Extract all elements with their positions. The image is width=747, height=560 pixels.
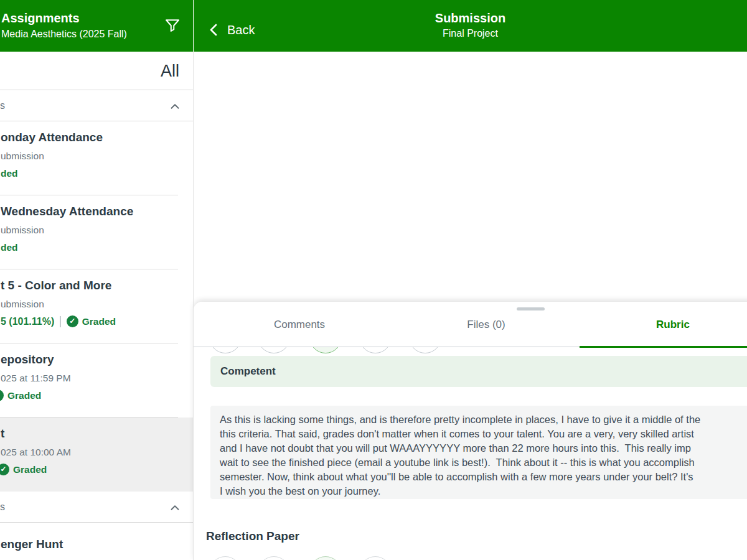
rating-label: Competent (220, 365, 276, 378)
assignment-subtitle: ubmission (1, 297, 187, 310)
rating-bubble[interactable] (209, 556, 242, 560)
rating-bubble[interactable] (258, 556, 290, 560)
assignment-row[interactable]: Wednesday Attendance ubmission ded (0, 195, 193, 269)
detail-header: Back Submission Final Project (194, 0, 747, 52)
assignment-title: epository (1, 352, 187, 367)
check-circle-icon: ✓ (0, 464, 9, 475)
assignment-title: t (1, 426, 187, 441)
assignment-row[interactable]: onday Attendance ubmission ded (0, 121, 193, 195)
section-header-assignments[interactable]: s (0, 90, 193, 121)
assignment-subtitle: 025 at 10:00 AM (1, 446, 187, 459)
assignment-title: Wednesday Attendance (1, 203, 187, 219)
funnel-icon (163, 16, 182, 35)
check-circle-icon: ✓ (67, 315, 78, 327)
comment-line: and I have not doubt that you will put W… (220, 441, 747, 455)
assignment-subtitle: 025 at 11:59 PM (1, 371, 187, 385)
rating-bubble[interactable] (359, 556, 392, 560)
detail-title-block: Submission Final Project (194, 11, 747, 40)
assignment-status: ✓ Graded (1, 463, 187, 476)
assignment-subtitle: ubmission (1, 149, 187, 162)
assignment-row[interactable]: t 5 - Color and More ubmission 5 (101.11… (0, 269, 193, 343)
status-separator (60, 316, 61, 327)
comment-line: I wish you the best on your journey. (220, 484, 747, 498)
detail-title: Submission (194, 11, 747, 26)
section-header-quizzes[interactable]: s (0, 492, 193, 523)
sidebar-header: Assignments Media Aesthetics (2025 Fall) (0, 0, 193, 52)
assignment-title: enger Hunt (1, 536, 193, 552)
drag-handle[interactable] (517, 307, 545, 310)
comment-line: semester. Now, think about what you''ll … (220, 470, 747, 484)
assignment-status: ded (1, 241, 187, 254)
submission-detail-pane: Back Submission Final Project Comments F… (194, 0, 747, 560)
assignment-row[interactable]: enger Hunt (0, 523, 193, 560)
graded-label: Graded (7, 389, 41, 402)
filter-all-label[interactable]: All (161, 62, 179, 81)
grade-value: 5 (101.11%) (1, 315, 54, 328)
check-circle-icon: ✓ (0, 390, 4, 401)
rubric-comment-box: As this is lacking some things, and is t… (210, 406, 747, 499)
assignment-status: ✓ Graded (1, 389, 187, 402)
selected-rating-band: Competent (210, 356, 747, 387)
assignment-row-selected[interactable]: t 025 at 10:00 AM ✓ Graded (0, 418, 193, 492)
assignment-subtitle: ubmission (1, 223, 187, 236)
assignment-status: ded (1, 167, 187, 180)
filter-state-row: All (0, 52, 193, 90)
sheet-tab-bar: Comments Files (0) Rubric (194, 302, 747, 347)
comment-line: wait to see the finished piece (email a … (220, 455, 747, 470)
tab-comments[interactable]: Comments (206, 302, 393, 347)
tab-rubric[interactable]: Rubric (580, 302, 747, 347)
tab-files[interactable]: Files (0) (393, 302, 580, 347)
criterion-heading: Reflection Paper (206, 530, 299, 543)
comment-line: As this is lacking some things, and is t… (220, 413, 747, 427)
assignment-title: onday Attendance (1, 129, 187, 145)
filter-button[interactable] (163, 16, 182, 35)
pane-divider (193, 52, 194, 560)
rating-bubble[interactable] (309, 556, 342, 560)
section-label: s (0, 502, 5, 512)
graded-label: Graded (13, 463, 47, 476)
section-label: s (0, 100, 5, 111)
graded-label: Graded (82, 315, 116, 328)
chevron-up-icon (168, 100, 182, 113)
assignment-title: t 5 - Color and More (1, 278, 187, 293)
comment-line: this criteria. That said, grades don't m… (220, 427, 747, 441)
assignments-sidebar: Assignments Media Aesthetics (2025 Fall)… (0, 0, 193, 560)
chevron-up-icon (168, 501, 182, 515)
bottom-sheet: Comments Files (0) Rubric Competent As t… (194, 302, 747, 560)
pane-divider (193, 0, 194, 52)
assignment-row[interactable]: epository 025 at 11:59 PM ✓ Graded (0, 343, 193, 418)
assignment-status: 5 (101.11%) ✓ Graded (1, 315, 187, 328)
detail-subtitle: Final Project (194, 27, 747, 40)
